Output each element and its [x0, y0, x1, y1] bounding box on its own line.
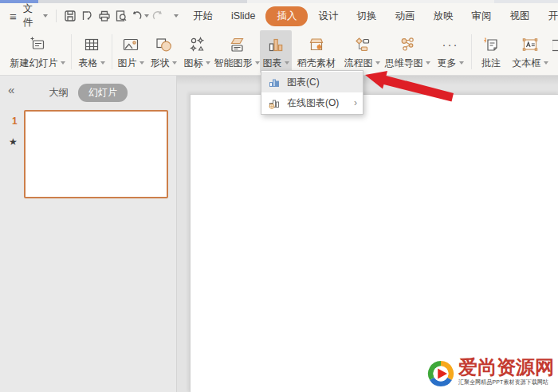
separator [112, 34, 112, 69]
export-icon [80, 9, 94, 23]
file-menu-button[interactable]: 文件 [20, 2, 51, 29]
menu-item-online-chart-label: 在线图表(O) [287, 96, 339, 110]
shapes-icon [154, 34, 173, 55]
submenu-arrow-icon: › [354, 98, 357, 108]
separator [56, 10, 57, 22]
chevron-down-icon [544, 61, 548, 65]
tab-view[interactable]: 视图 [501, 6, 537, 26]
customize-quick-access-button[interactable] [166, 6, 183, 25]
mindmap-icon [398, 34, 417, 55]
undo-button[interactable] [130, 6, 149, 25]
separator [471, 34, 472, 69]
menu-bar: ≡ 文件 [0, 3, 558, 29]
chart-label: 图表 [263, 57, 282, 70]
tab-design[interactable]: 设计 [310, 6, 346, 26]
tab-insert[interactable]: 插入 [265, 6, 308, 26]
ribbon-toolbar: 新建幻灯片 表格 图片 [0, 29, 558, 76]
redo-icon [151, 9, 165, 23]
chevron-down-icon [459, 61, 464, 65]
more-button[interactable]: ··· 更多 [432, 30, 469, 73]
star-badge-icon: ★ [9, 136, 18, 147]
tab-slideshow[interactable]: 放映 [425, 6, 461, 26]
menu-item-online-chart[interactable]: 在线图表(O) › [261, 92, 363, 113]
save-button[interactable] [61, 6, 78, 25]
editor-canvas: 爱尚资源网 汇聚全网精品PPT素材资源下载网站 [177, 76, 558, 392]
panel-tabs: 大纲 幻灯片 [0, 84, 176, 102]
watermark-tagline: 汇聚全网精品PPT素材资源下载网站 [458, 378, 548, 386]
export-button[interactable] [78, 6, 95, 25]
textbox-button[interactable]: 文本框 [508, 30, 552, 73]
chevron-down-icon [172, 61, 177, 65]
shapes-label: 形状 [151, 57, 170, 70]
chart-dropdown-menu: 图表(C) 在线图表(O) › [261, 70, 363, 115]
comment-icon [481, 34, 501, 55]
chart-button[interactable]: 图表 [260, 30, 292, 73]
hamburger-menu-icon[interactable]: ≡ [6, 10, 20, 23]
comment-label: 批注 [481, 57, 501, 70]
wps-presentation-window: ≡ 文件 [0, 0, 558, 392]
tab-developer-partial[interactable]: 开 [540, 6, 558, 26]
watermark: 爱尚资源网 汇聚全网精品PPT素材资源下载网站 [427, 357, 556, 387]
tab-home[interactable]: 开始 [185, 6, 221, 26]
table-label: 表格 [79, 57, 98, 70]
tab-review[interactable]: 审阅 [463, 6, 499, 26]
docer-material-icon [307, 34, 326, 55]
chevron-down-icon [426, 61, 430, 65]
tab-transition[interactable]: 切换 [348, 6, 384, 26]
slide-number: 1 [12, 116, 18, 127]
chevron-down-icon [174, 14, 179, 18]
tab-animation[interactable]: 动画 [387, 6, 422, 26]
icons-button[interactable]: 图标 [180, 30, 214, 73]
tab-outline[interactable]: 大纲 [49, 86, 69, 100]
redo-button[interactable] [149, 6, 166, 25]
chevron-down-icon [375, 61, 380, 65]
chevron-down-icon [61, 61, 65, 65]
docer-material-label: 稻壳素材 [297, 57, 336, 70]
textbox-icon [521, 34, 540, 55]
chevron-down-icon [140, 61, 144, 65]
mindmap-label: 思维导图 [385, 57, 423, 70]
icons-label: 图标 [184, 57, 203, 70]
menu-tabs: 开始 iSlide 插入 设计 切换 动画 放映 审阅 视图 开 [185, 6, 558, 26]
smart-graphics-button[interactable]: 智能图形 [214, 30, 260, 73]
content-area: « 大纲 幻灯片 1 ★ 爱 [0, 76, 558, 392]
chevron-down-icon [285, 61, 289, 65]
shapes-button[interactable]: 形状 [147, 30, 180, 73]
new-slide-button[interactable]: 新建幻灯片 [6, 30, 69, 73]
separator [71, 34, 72, 69]
watermark-title: 爱尚资源网 [458, 357, 556, 378]
tab-slides[interactable]: 幻灯片 [78, 84, 128, 102]
comment-button[interactable]: 批注 [474, 30, 508, 73]
print-icon [97, 9, 112, 23]
watermark-logo-icon [427, 360, 454, 387]
print-preview-button[interactable] [112, 6, 129, 25]
chevron-down-icon [100, 61, 105, 65]
slide-editing-area[interactable]: 爱尚资源网 汇聚全网精品PPT素材资源下载网站 [190, 94, 558, 392]
online-chart-menu-icon [268, 96, 281, 109]
slide-panel: « 大纲 幻灯片 1 ★ [0, 76, 177, 392]
undo-icon [130, 9, 143, 23]
tab-islide[interactable]: iSlide [223, 7, 264, 25]
print-button[interactable] [96, 6, 112, 25]
chevron-down-icon [255, 61, 260, 65]
chart-menu-icon [268, 76, 281, 88]
menu-item-chart[interactable]: 图表(C) [261, 72, 363, 92]
slide-thumbnail[interactable] [24, 110, 168, 198]
picture-button[interactable]: 图片 [115, 30, 147, 73]
new-slide-icon [28, 34, 47, 55]
table-icon [82, 34, 101, 55]
mindmap-button[interactable]: 思维导图 [383, 30, 432, 73]
save-icon [63, 9, 77, 23]
smart-graphics-icon [227, 34, 246, 55]
clipped-icon [552, 35, 558, 56]
flowchart-button[interactable]: 流程图 [341, 30, 383, 73]
print-preview-icon [114, 9, 128, 23]
flowchart-icon [352, 34, 371, 55]
picture-icon [121, 34, 140, 55]
textbox-label: 文本框 [513, 57, 541, 70]
new-slide-label: 新建幻灯片 [10, 57, 58, 70]
clipped-ribbon-button[interactable] [552, 30, 558, 73]
table-button[interactable]: 表格 [74, 30, 109, 73]
docer-material-button[interactable]: 稻壳素材 [292, 30, 341, 73]
flowchart-label: 流程图 [344, 57, 373, 70]
